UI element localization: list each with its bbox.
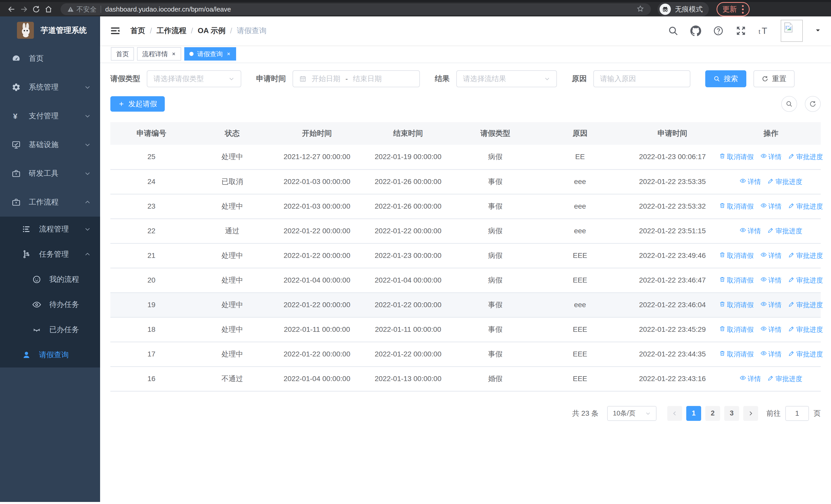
search-icon[interactable]	[668, 25, 679, 36]
result-select[interactable]: 请选择流结果	[456, 70, 557, 87]
leave-type-select[interactable]: 请选择请假类型	[147, 70, 241, 87]
sidebar-item-首页[interactable]: 首页	[0, 44, 100, 73]
breadcrumb-item[interactable]: 首页	[131, 26, 145, 36]
detail-action-link[interactable]: 详情	[761, 276, 782, 285]
detail-action-link[interactable]: 详情	[761, 152, 782, 161]
tab-请假查询[interactable]: 请假查询	[184, 47, 236, 61]
sidebar-item-label: 已办任务	[49, 325, 79, 335]
browser-home-icon[interactable]	[44, 4, 53, 14]
not-secure-warning[interactable]: 不安全	[67, 5, 96, 14]
detail-action-link[interactable]: 详情	[761, 251, 782, 260]
sidebar-item-请假查询[interactable]: 请假查询	[0, 342, 100, 367]
start-date-placeholder[interactable]: 开始日期	[312, 74, 340, 84]
progress-action-link[interactable]: 审批进度	[789, 350, 823, 359]
url-text[interactable]: dashboard.yudao.iocoder.cn/bpm/oa/leave	[105, 5, 632, 13]
avatar[interactable]	[781, 20, 803, 42]
progress-action-link[interactable]: 审批进度	[789, 202, 823, 211]
progress-action-link[interactable]: 审批进度	[789, 300, 823, 309]
browser-menu-icon[interactable]	[742, 5, 744, 13]
task-tree-icon	[22, 249, 31, 259]
cancel-action-link[interactable]: 取消请假	[719, 202, 754, 211]
action-label: 详情	[768, 152, 782, 161]
eye-open-icon	[32, 300, 41, 309]
detail-action-link[interactable]: 详情	[761, 202, 782, 211]
filter-form: 请假类型 请选择请假类型 申请时间 开始日期 - 结束日期 结果 请选择流	[110, 70, 821, 87]
eye-icon	[740, 227, 746, 235]
reset-button[interactable]: 重置	[753, 70, 795, 87]
cell-actions: 取消请假详情审批进度	[721, 342, 821, 366]
progress-action-link[interactable]: 审批进度	[789, 325, 823, 334]
detail-action-link[interactable]: 详情	[761, 300, 782, 309]
sidebar-item-工作流程[interactable]: 工作流程	[0, 188, 100, 216]
sidebar-item-我的流程[interactable]: 我的流程	[0, 267, 100, 292]
progress-action-link[interactable]: 审批进度	[768, 227, 802, 236]
progress-action-link[interactable]: 审批进度	[768, 375, 802, 383]
cancel-action-link[interactable]: 取消请假	[719, 276, 754, 285]
table-row: 22通过2022-01-22 00:00:002022-01-22 00:00:…	[110, 219, 821, 243]
sidebar-item-系统管理[interactable]: 系统管理	[0, 73, 100, 101]
detail-action-link[interactable]: 详情	[761, 350, 782, 359]
page-size-select[interactable]: 10条/页	[607, 406, 657, 421]
progress-action-link[interactable]: 审批进度	[789, 152, 823, 161]
avatar-caret-icon[interactable]	[814, 27, 821, 35]
sidebar-item-任务管理[interactable]: 任务管理	[0, 242, 100, 267]
browser-reload-icon[interactable]	[31, 4, 41, 14]
font-size-icon[interactable]: tT	[758, 25, 769, 36]
cell-type: 病假	[454, 243, 536, 268]
help-icon[interactable]	[713, 25, 724, 36]
sidebar-item-支付管理[interactable]: ¥支付管理	[0, 101, 100, 130]
progress-action-link[interactable]: 审批进度	[789, 276, 823, 285]
brand-area[interactable]: 芋道管理系统	[0, 17, 100, 44]
detail-action-link[interactable]: 详情	[740, 227, 761, 236]
browser-back-icon[interactable]	[7, 4, 17, 14]
page-button-1[interactable]: 1	[686, 406, 701, 421]
apply-time-range-picker[interactable]: 开始日期 - 结束日期	[292, 70, 420, 87]
table-header-row: 申请编号状态开始时间结束时间请假类型原因申请时间操作	[110, 122, 821, 145]
progress-action-link[interactable]: 审批进度	[768, 177, 802, 186]
tab-首页[interactable]: 首页	[111, 47, 134, 61]
search-button[interactable]: 搜索	[705, 70, 746, 87]
cancel-action-link[interactable]: 取消请假	[719, 325, 754, 334]
sidebar-item-已办任务[interactable]: 已办任务	[0, 317, 100, 342]
hamburger-icon[interactable]	[110, 25, 121, 36]
close-icon[interactable]	[226, 52, 231, 56]
refresh-table-button[interactable]	[805, 96, 821, 112]
page-button-3[interactable]: 3	[724, 406, 739, 421]
sidebar-item-流程管理[interactable]: 流程管理	[0, 216, 100, 242]
detail-action-link[interactable]: 详情	[740, 177, 761, 186]
cancel-action-link[interactable]: 取消请假	[719, 350, 754, 359]
sidebar-item-研发工具[interactable]: 研发工具	[0, 159, 100, 188]
bookmark-star-icon[interactable]	[636, 5, 644, 13]
end-date-placeholder[interactable]: 结束日期	[353, 74, 382, 84]
fullscreen-icon[interactable]	[736, 25, 746, 36]
cancel-action-link[interactable]: 取消请假	[719, 251, 754, 260]
detail-action-link[interactable]: 详情	[740, 375, 761, 383]
breadcrumb-item[interactable]: 工作流程	[156, 26, 186, 36]
sidebar-item-待办任务[interactable]: 待办任务	[0, 292, 100, 317]
tab-流程详情[interactable]: 流程详情	[137, 47, 181, 61]
cancel-action-link[interactable]: 取消请假	[719, 152, 754, 161]
progress-action-link[interactable]: 审批进度	[789, 251, 823, 260]
sidebar-item-基础设施[interactable]: 基础设施	[0, 130, 100, 159]
brand-logo	[17, 22, 34, 39]
refresh-icon	[809, 100, 816, 108]
breadcrumb-item[interactable]: OA 示例	[198, 26, 225, 36]
close-icon[interactable]	[171, 52, 176, 56]
detail-action-link[interactable]: 详情	[761, 325, 782, 334]
address-bar[interactable]: 不安全 dashboard.yudao.iocoder.cn/bpm/oa/le…	[61, 3, 651, 15]
page-button-2[interactable]: 2	[705, 406, 720, 421]
active-tab-dot	[190, 52, 194, 56]
browser-update-button[interactable]: 更新	[717, 2, 750, 17]
goto-page-input[interactable]: 1	[785, 406, 809, 421]
cell-type: 病假	[454, 268, 536, 293]
prev-page-button[interactable]	[667, 406, 682, 421]
sidebar-item-label: 我的流程	[49, 274, 79, 285]
toggle-search-button[interactable]	[781, 96, 797, 112]
github-icon[interactable]	[690, 25, 701, 36]
browser-forward-icon[interactable]	[19, 4, 29, 14]
next-page-button[interactable]	[743, 406, 758, 421]
create-leave-button[interactable]: 发起请假	[110, 96, 165, 112]
reason-input[interactable]: 请输入原因	[593, 70, 690, 87]
cancel-action-link[interactable]: 取消请假	[719, 300, 754, 309]
sidebar-item-label: 待办任务	[49, 299, 79, 310]
